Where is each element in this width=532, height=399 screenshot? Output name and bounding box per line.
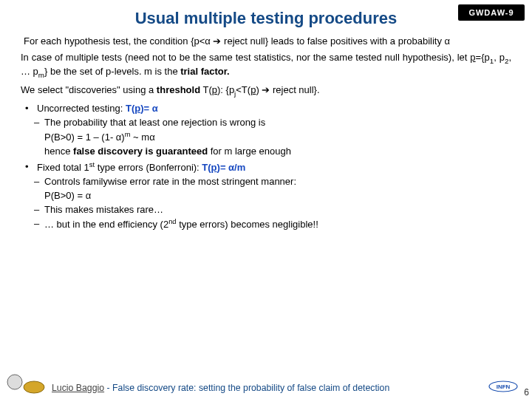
author-name: Lucio Baggio xyxy=(52,383,104,393)
trial-factor: trial factor. xyxy=(180,66,229,77)
alpha: α xyxy=(228,162,234,173)
formula: T(p)= α/m xyxy=(202,162,245,173)
alpha: α xyxy=(86,190,92,201)
equation-1: P(B>0) = 1 – (1- α)m ~ mα xyxy=(44,131,511,143)
alpha: α xyxy=(152,103,158,114)
page-number: 6 xyxy=(524,387,529,398)
text: reject null} leads to false positives wi… xyxy=(224,35,444,47)
arrow-icon: ➔ xyxy=(211,35,224,47)
threshold-word: threshold xyxy=(157,84,200,95)
conference-badge: GWDAW-9 xyxy=(458,4,525,21)
arrow-icon: ➔ xyxy=(259,84,273,95)
infn-text: INFN xyxy=(497,383,511,390)
text: T( xyxy=(126,103,134,114)
bullet-bonferroni: Fixed total 1st type errors (Bonferroni)… xyxy=(37,161,511,173)
text: In case of multiple tests (need not to b… xyxy=(21,52,470,63)
text: P(B>0) = xyxy=(44,190,86,201)
text: ={p xyxy=(476,52,490,63)
text: reject null}. xyxy=(273,84,320,95)
slide: GWDAW-9 Usual multiple testing procedure… xyxy=(0,0,532,399)
p-vector: p xyxy=(134,103,140,114)
text: We select "discoveries" using a xyxy=(21,84,157,95)
text: /m xyxy=(234,162,245,173)
equation-2: P(B>0) = α xyxy=(44,190,511,201)
sub-prob-wrong: The probability that at least one reject… xyxy=(44,117,511,128)
formula: T(p)= α xyxy=(126,103,158,114)
text: } be the set of p-levels. m is the xyxy=(44,66,180,77)
false-discovery: false discovery is guaranteed xyxy=(73,146,208,157)
text: T( xyxy=(202,162,211,173)
text: P(B>0) = 1 – (1- xyxy=(44,132,116,143)
sub-mistakes-rare: This makes mistakes rare… xyxy=(44,204,511,215)
bullet-list: Uncorrected testing: T(p)= α The probabi… xyxy=(37,103,511,231)
sub-familywise: Controls familywise error rate in the mo… xyxy=(44,176,511,187)
subscript: m xyxy=(38,71,44,79)
alpha: α xyxy=(205,35,211,47)
text: )= xyxy=(140,103,152,114)
text: T( xyxy=(200,84,212,95)
sub-hence: hence false discovery is guaranteed for … xyxy=(44,146,511,157)
text: type errors) becomes negligible!! xyxy=(177,219,318,231)
footer-text: - False discovery rate: setting the prob… xyxy=(104,383,389,393)
superscript: nd xyxy=(168,218,176,225)
text: Fixed total 1 xyxy=(37,162,89,173)
text: <T( xyxy=(236,84,250,95)
alpha: α xyxy=(445,35,451,47)
sub-efficiency: … but in the end efficiency (2nd type er… xyxy=(44,218,511,230)
text: … but in the end efficiency (2 xyxy=(44,219,168,231)
text: for m large enough xyxy=(208,146,291,157)
text: , p xyxy=(494,52,505,63)
text: )= xyxy=(217,162,229,173)
text: ~ m xyxy=(130,132,149,143)
alpha: α xyxy=(149,132,155,143)
infn-logo: INFN xyxy=(488,378,519,395)
p-vector: p xyxy=(470,52,475,63)
paragraph-2: In case of multiple tests (need not to b… xyxy=(21,52,511,80)
bullet-uncorrected: Uncorrected testing: T(p)= α xyxy=(37,103,511,114)
text: ): {p xyxy=(217,84,234,95)
paragraph-1: For each hypothesis test, the condition … xyxy=(24,35,511,47)
footer: Lucio Baggio - False discovery rate: set… xyxy=(52,383,389,393)
text: hence xyxy=(44,146,73,157)
p-vector: p xyxy=(211,162,217,173)
slide-title: Usual multiple testing procedures xyxy=(21,9,511,28)
text: For each hypothesis test, the condition … xyxy=(24,35,205,47)
p-vector: p xyxy=(212,84,217,95)
institution-logo-left xyxy=(6,372,47,395)
text: type errors (Bonferroni): xyxy=(95,162,202,173)
svg-point-1 xyxy=(24,381,44,393)
paragraph-3: We select "discoveries" using a threshol… xyxy=(21,84,511,98)
text: Uncorrected testing: xyxy=(37,103,126,114)
svg-point-0 xyxy=(7,375,22,389)
